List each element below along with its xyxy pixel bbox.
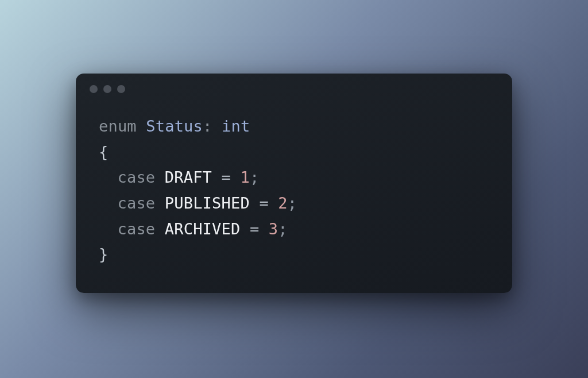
backing-type: int [222,117,250,135]
window-controls [76,74,512,98]
code-content: enum Status: int { case DRAFT = 1; case … [76,98,512,292]
semicolon: ; [250,168,259,186]
equals-sign: = [222,168,231,186]
open-brace: { [99,143,108,161]
case-value: 1 [240,168,249,186]
case-name: PUBLISHED [165,194,250,212]
open-brace-line: { [99,140,489,165]
case-keyword: case [118,194,156,212]
enum-declaration-line: enum Status: int [99,114,489,140]
code-window: enum Status: int { case DRAFT = 1; case … [76,74,512,292]
window-maximize-dot[interactable] [117,85,125,93]
equals-sign: = [259,194,268,212]
enum-keyword: enum [99,117,137,135]
case-name: ARCHIVED [165,220,241,238]
case-value: 3 [269,220,278,238]
close-brace: } [99,245,108,263]
window-minimize-dot[interactable] [103,85,111,93]
semicolon: ; [288,194,297,212]
close-brace-line: } [99,242,489,268]
case-line: case PUBLISHED = 2; [99,191,489,217]
colon: : [203,117,212,135]
case-keyword: case [118,168,156,186]
case-line: case ARCHIVED = 3; [99,217,489,242]
case-line: case DRAFT = 1; [99,165,489,191]
equals-sign: = [250,220,259,238]
semicolon: ; [278,220,287,238]
case-keyword: case [118,220,156,238]
enum-name: Status [146,117,203,135]
window-close-dot[interactable] [90,85,98,93]
case-name: DRAFT [165,168,212,186]
case-value: 2 [278,194,287,212]
